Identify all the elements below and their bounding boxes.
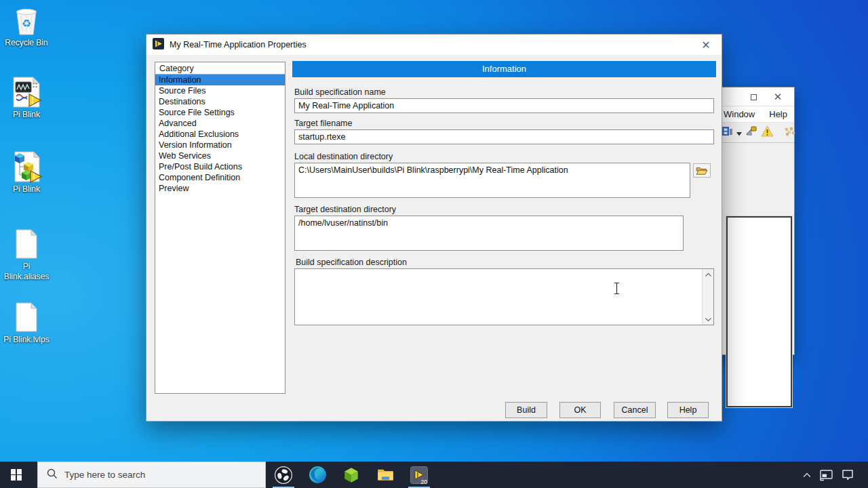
dialog-titlebar: My Real-Time Application Properties ✕ [146,35,722,55]
tray-action-center-icon[interactable] [837,462,859,488]
shortcut-pi-blink-vi[interactable]: Pi Blink [0,76,53,120]
local-destination-input[interactable]: C:\Users\MainUser\builds\Pi Blink\raspbe… [294,163,690,198]
scroll-up-icon[interactable] [703,269,713,280]
target-destination-input[interactable]: /home/lvuser/natinst/bin [294,216,684,251]
search-icon [47,468,58,482]
shortcut-label: Pi Blink [13,184,40,195]
category-item-source-files[interactable]: Source Files [155,85,285,96]
ok-button[interactable]: OK [559,402,601,418]
search-input[interactable] [64,470,234,480]
shortcut-label: Pi Blink [13,110,40,120]
close-icon[interactable]: ✕ [690,35,722,55]
shortcut-label: Pi Blink.lvlps [3,335,49,345]
category-item-source-file-settings[interactable]: Source File Settings [155,107,285,118]
description-scrollbar[interactable] [702,269,713,325]
category-item-version-information[interactable]: Version Information [155,140,285,150]
labview-vi-file-icon [10,76,43,108]
menu-help[interactable]: Help [769,109,787,119]
recycle-bin-icon: ♻ [10,4,43,37]
scroll-down-icon[interactable] [703,314,713,325]
document-file-icon [10,301,43,333]
build-spec-name-input[interactable] [294,98,714,113]
taskbar-obs-icon[interactable] [267,462,300,488]
shortcut-pi-blink-aliases[interactable]: Pi Blink.aliases [0,228,53,282]
cancel-button[interactable]: Cancel [614,402,656,418]
close-button[interactable]: ✕ [767,87,789,106]
tray-display-icon[interactable] [816,462,835,488]
category-item-destinations[interactable]: Destinations [155,96,285,107]
shortcut-pi-blink-project[interactable]: Pi Blink [0,150,53,195]
build-spec-name-label: Build specification name [294,87,386,97]
category-item-additional-exclusions[interactable]: Additional Exclusions [155,129,285,140]
properties-dialog: My Real-Time Application Properties ✕ Ca… [146,34,722,422]
tray-show-hidden-icons[interactable] [799,462,815,488]
target-filename-label: Target filename [294,119,352,128]
labview-version-badge: 20 [421,478,428,485]
svg-text:♻: ♻ [22,17,31,30]
shortcut-pi-blink-lvlps[interactable]: Pi Blink.lvlps [0,301,53,345]
category-item-component-definition[interactable]: Component Definition [155,172,285,183]
chevron-up-icon [802,470,812,481]
target-filename-input[interactable] [294,129,714,144]
target-destination-label: Target destination directory [294,205,396,214]
category-list: Category Information Source Files Destin… [155,62,285,394]
category-item-pre-post-build-actions[interactable]: Pre/Post Build Actions [155,161,285,172]
taskbar-edge-icon[interactable] [301,462,334,488]
dialog-title: My Real-Time Application Properties [170,40,307,49]
reorder-objects-icon[interactable] [783,126,795,140]
shortcut-label: Recycle Bin [5,38,47,48]
menu-window[interactable]: Window [724,109,755,119]
taskbar-ni-package-manager-icon[interactable] [335,462,368,488]
front-panel [726,216,792,407]
taskbar-file-explorer-icon[interactable] [369,462,401,488]
shortcut-recycle-bin[interactable]: ♻ Recycle Bin [0,4,53,48]
description-input[interactable] [295,269,702,325]
description-box [294,268,714,325]
document-file-icon [10,228,43,260]
shortcut-label: Pi Blink.aliases [0,262,53,282]
dropdown-arrow-icon[interactable] [736,127,742,139]
category-item-preview[interactable]: Preview [155,183,285,194]
category-item-information[interactable]: Information [155,75,285,85]
browse-folder-button[interactable] [693,163,711,178]
tools-icon[interactable] [745,125,757,140]
section-header: Information [292,61,716,77]
align-objects-icon[interactable] [722,125,733,140]
help-button[interactable]: Help [667,402,709,418]
build-button[interactable]: Build [505,402,547,418]
start-button[interactable] [0,462,33,488]
open-folder-icon [696,166,708,176]
description-label: Build specification description [296,258,407,267]
taskbar-search[interactable] [37,462,266,488]
labview-app-icon [153,38,164,52]
taskbar-labview-icon[interactable]: 20 [403,462,435,488]
maximize-button[interactable] [743,87,764,106]
windows-logo-icon [11,469,22,481]
category-list-header: Category [155,62,285,75]
category-item-advanced[interactable]: Advanced [155,118,285,129]
local-destination-label: Local destination directory [294,152,393,161]
labview-project-file-icon [10,150,43,183]
category-item-web-services[interactable]: Web Services [155,150,285,161]
warning-icon[interactable] [761,125,774,140]
taskbar: 20 [0,462,868,488]
desktop: ♻ Recycle Bin Pi Blink [0,0,868,488]
